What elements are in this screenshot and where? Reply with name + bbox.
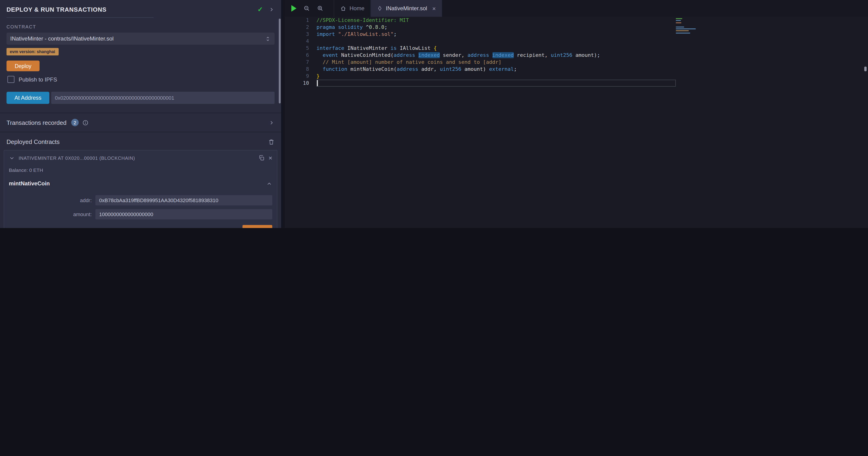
code-token: amount) (461, 66, 489, 72)
function-action-row: Calldata Parameters transact (4, 219, 277, 228)
code-token: address (397, 66, 418, 72)
minimap-line (676, 32, 690, 33)
close-icon[interactable]: × (269, 154, 272, 161)
code-line[interactable] (316, 80, 676, 87)
code-token: //SPDX-License-Identifier: MIT (316, 17, 409, 23)
panel-expand-chevron-icon[interactable] (269, 6, 275, 12)
at-address-button[interactable]: At Address (6, 92, 49, 104)
select-caret-icon (265, 36, 271, 42)
tab-home[interactable]: Home (334, 0, 371, 17)
solidity-file-icon (377, 6, 382, 11)
code-token: event (323, 52, 338, 58)
evm-version-badge: evm version: shanghai (6, 48, 58, 55)
code-line[interactable] (316, 38, 676, 45)
home-icon (340, 5, 346, 11)
code-line[interactable]: function mintNativeCoin(address addr, ui… (316, 66, 676, 73)
copy-icon (168, 228, 174, 228)
tab-home-label: Home (349, 5, 365, 12)
chevron-up-icon[interactable] (266, 180, 272, 187)
trash-icon[interactable] (268, 139, 275, 145)
tab-close-icon[interactable]: × (432, 5, 436, 12)
code-token: uint256 (440, 66, 461, 72)
field-input[interactable] (95, 195, 272, 205)
run-script-icon[interactable] (291, 5, 297, 12)
editor-tabbar: Home INativeMinter.sol × (285, 0, 868, 17)
title-underline (6, 17, 154, 18)
code-token: external (489, 66, 514, 72)
publish-ipfs-checkbox[interactable] (7, 76, 14, 83)
left-panel-scrollbar[interactable] (279, 19, 281, 104)
at-address-input[interactable] (51, 92, 275, 104)
minimap-line (676, 26, 684, 27)
info-icon (82, 119, 88, 125)
code-token (316, 66, 323, 72)
code-token: mintNativeCoin( (347, 66, 397, 72)
code-token: indexed (492, 52, 514, 58)
transactions-recorded-label: Transactions recorded (6, 119, 67, 126)
code-line[interactable]: // Mint [amount] number of native coins … (316, 59, 676, 66)
code-token: } (316, 73, 319, 79)
line-number: 10 (285, 80, 316, 87)
minimap-line (676, 20, 681, 21)
code-line[interactable]: } (316, 73, 676, 80)
code-token: INativeMinter (344, 45, 391, 51)
field-label: addr: (9, 198, 92, 203)
code-token (415, 52, 418, 58)
tab-inativeminter[interactable]: INativeMinter.sol × (371, 0, 442, 17)
code-token: amount); (572, 52, 600, 58)
contract-instance-header[interactable]: INATIVEMINTER AT 0X020...00001 (BLOCKCHA… (4, 150, 277, 161)
line-number: 5 (285, 45, 316, 52)
chevron-down-icon[interactable] (9, 155, 15, 161)
deploy-button[interactable]: Deploy (6, 61, 39, 71)
minimap[interactable] (676, 18, 698, 39)
function-field-row: addr: (9, 195, 272, 205)
minimap-line (676, 22, 681, 23)
function-header[interactable]: mintNativeCoin (4, 173, 277, 187)
zoom-out-icon[interactable] (304, 5, 310, 12)
line-number: 8 (285, 66, 316, 73)
zoom-in-icon[interactable] (317, 5, 323, 12)
code-token: indexed (418, 52, 440, 58)
code-editor[interactable]: 12345678910 //SPDX-License-Identifier: M… (285, 17, 868, 228)
at-address-row: At Address (6, 92, 275, 104)
line-number: 4 (285, 38, 316, 45)
transactions-count-badge: 2 (71, 119, 79, 126)
deploy-run-panel: DEPLOY & RUN TRANSACTIONS ✓ CONTRACT INa… (0, 0, 281, 228)
code-line[interactable]: import "./IAllowList.sol"; (316, 31, 676, 38)
copy-icon[interactable] (258, 154, 265, 161)
deployed-contracts-header: Deployed Contracts (0, 132, 281, 150)
code-token: IAllowList (397, 45, 434, 51)
transactions-recorded-section[interactable]: Transactions recorded 2 (0, 113, 281, 132)
minimap-line (676, 28, 696, 29)
transactions-expand-chevron-icon[interactable] (269, 119, 275, 125)
contract-select-value: INativeMinter - contracts/INativeMinter.… (10, 35, 265, 42)
code-token (316, 52, 323, 58)
contract-label: CONTRACT (6, 24, 275, 29)
main-area: Home INativeMinter.sol × 12345678910 //S… (285, 0, 868, 228)
code-token (335, 24, 338, 30)
deployed-contract-card: INATIVEMINTER AT 0X020...00001 (BLOCKCHA… (4, 150, 277, 228)
code-token: // Mint [amount] number of native coins … (316, 59, 501, 65)
tab-file-label: INativeMinter.sol (386, 5, 427, 12)
overview-ruler-marker (864, 66, 867, 71)
line-number: 1 (285, 17, 316, 24)
copy-icon (202, 228, 207, 228)
line-number: 2 (285, 24, 316, 31)
contract-instance-title: INATIVEMINTER AT 0X020...00001 (BLOCKCHA… (19, 155, 255, 161)
line-number: 3 (285, 31, 316, 38)
transact-button[interactable]: transact (243, 225, 272, 228)
function-name: mintNativeCoin (9, 180, 266, 187)
calldata-copy-button[interactable]: Calldata (168, 228, 195, 228)
line-number: 9 (285, 73, 316, 80)
contract-select[interactable]: INativeMinter - contracts/INativeMinter.… (6, 33, 275, 45)
panel-divider[interactable] (281, 0, 285, 228)
field-input[interactable] (95, 209, 272, 219)
code-line[interactable]: event NativeCoinMinted(address indexed s… (316, 52, 676, 59)
parameters-copy-button[interactable]: Parameters (202, 228, 236, 228)
code-line[interactable]: interface INativeMinter is IAllowList { (316, 45, 676, 52)
code-line[interactable]: //SPDX-License-Identifier: MIT (316, 17, 676, 24)
field-label: amount: (9, 211, 92, 217)
code-line[interactable]: pragma solidity ^0.8.0; (316, 24, 676, 31)
code-lines: //SPDX-License-Identifier: MITpragma sol… (316, 17, 676, 87)
parameters-copy-label: Parameters (210, 228, 236, 228)
